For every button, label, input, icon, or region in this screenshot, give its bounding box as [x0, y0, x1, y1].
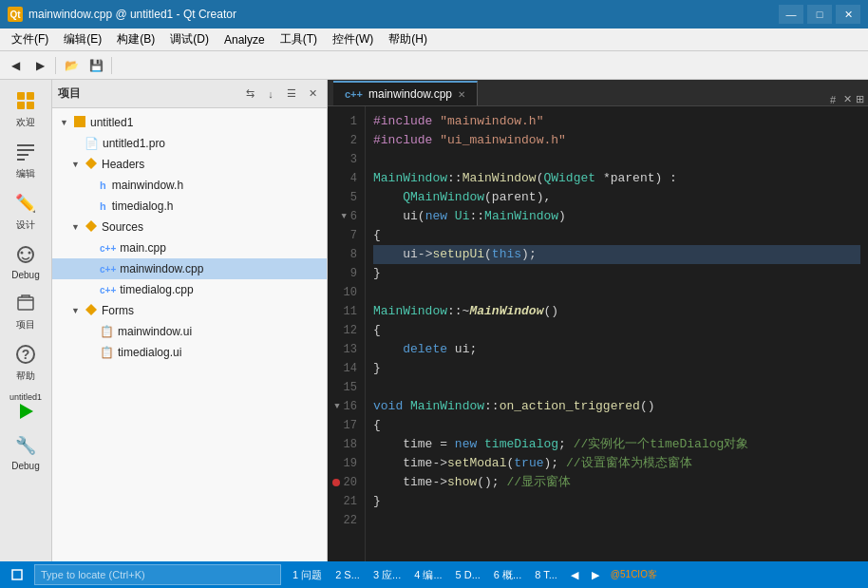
svg-point-10	[28, 252, 31, 255]
toolbar-open[interactable]: 📂	[60, 54, 83, 77]
statusbar-item-6[interactable]: 6 概...	[488, 561, 527, 588]
line-num-5: 5	[328, 188, 365, 207]
code-area[interactable]: 1 2 3 4 5 ▼6 7 8 9 10 11 12 13 14 15 ▼16	[328, 106, 868, 561]
svg-rect-17	[74, 122, 80, 127]
statusbar-nav-left[interactable]: ◀	[565, 561, 584, 588]
code-line-8: ui->setupUi(this);	[373, 245, 860, 264]
tree-item-forms[interactable]: ▼ Forms	[52, 300, 327, 321]
toolbar-save[interactable]: 💾	[85, 54, 107, 77]
menu-build[interactable]: 构建(B)	[109, 28, 162, 50]
tab-close-btn[interactable]: ✕	[458, 89, 465, 100]
panel-btn-2[interactable]: ↓	[262, 85, 279, 103]
code-line-15	[373, 378, 860, 397]
tab-cpp-icon: c++	[345, 88, 363, 100]
code-line-9: }	[373, 264, 860, 283]
sidebar-edit-label: 编辑	[16, 167, 35, 180]
menu-tools[interactable]: 工具(T)	[273, 28, 325, 50]
menu-edit[interactable]: 编辑(E)	[56, 28, 109, 50]
tree-item-timedialog-cpp[interactable]: c++ timedialog.cpp	[52, 279, 327, 300]
editor-expand-btn[interactable]: ⊞	[856, 93, 864, 105]
code-line-3	[373, 150, 860, 169]
svg-rect-6	[17, 154, 28, 156]
menu-controls[interactable]: 控件(W)	[325, 28, 381, 50]
wrench-icon: 🔧	[12, 432, 39, 459]
search-input[interactable]	[34, 564, 281, 585]
statusbar-item-2[interactable]: 2 S...	[330, 561, 366, 588]
sidebar-project[interactable]: 项目	[2, 286, 49, 335]
file-tree: ▼ untitled1 📄 untitled1.pro ▼	[52, 108, 327, 561]
forms-icon	[85, 303, 98, 319]
close-button[interactable]: ✕	[836, 5, 860, 24]
toolbar-sep-2	[111, 57, 112, 74]
tree-label: timedialog.cpp	[120, 283, 193, 296]
sidebar-edit[interactable]: 编辑	[2, 135, 49, 184]
line-num-14: 14	[328, 359, 365, 378]
sidebar-untitled[interactable]: untitled1	[2, 389, 49, 427]
svg-marker-21	[85, 304, 97, 315]
panel-btn-3[interactable]: ☰	[283, 85, 300, 103]
line-num-18: 18	[328, 435, 365, 454]
maximize-button[interactable]: □	[807, 5, 832, 24]
sidebar-welcome[interactable]: 欢迎	[2, 84, 49, 133]
editor-tabs: c++ mainwindow.cpp ✕ # ✕ ⊞	[328, 80, 868, 106]
tree-item-headers[interactable]: ▼ Headers	[52, 154, 327, 175]
tree-item-pro[interactable]: 📄 untitled1.pro	[52, 133, 327, 154]
statusbar-square[interactable]	[6, 561, 28, 588]
sidebar-design-label: 设计	[16, 218, 35, 232]
line-num-12: 12	[328, 321, 365, 340]
watermark: @51CIO客	[607, 568, 661, 581]
ui-icon: 📋	[100, 325, 114, 338]
titlebar: Qt mainwindow.cpp @ untitled1 - Qt Creat…	[0, 0, 868, 28]
tree-item-sources[interactable]: ▼ Sources	[52, 217, 327, 237]
menu-file[interactable]: 文件(F)	[4, 28, 56, 50]
line-num-16: ▼16	[328, 397, 365, 416]
statusbar-item-7[interactable]: 8 T...	[529, 561, 563, 588]
toolbar-forward[interactable]: ▶	[28, 54, 51, 77]
tree-item-timedialog-h[interactable]: h timedialog.h	[52, 196, 327, 217]
line-num-21: 21	[328, 492, 365, 511]
editor-close-btn[interactable]: ✕	[843, 93, 852, 105]
sidebar-debug2[interactable]: 🔧 Debug	[2, 428, 49, 475]
line-num-6: ▼6	[328, 207, 365, 226]
menu-analyze[interactable]: Analyze	[217, 28, 273, 50]
toolbar-back[interactable]: ◀	[4, 54, 27, 77]
code-line-17: {	[373, 416, 860, 435]
code-line-14: }	[373, 359, 860, 378]
sidebar-help[interactable]: ? 帮助	[2, 337, 49, 387]
statusbar-item-1[interactable]: 1 问题	[287, 561, 328, 588]
sidebar-design[interactable]: ✏️ 设计	[2, 186, 49, 236]
panel-btn-close[interactable]: ✕	[304, 85, 321, 103]
sources-icon	[85, 219, 98, 236]
menu-debug[interactable]: 调试(D)	[162, 28, 217, 50]
headers-icon	[85, 157, 98, 173]
code-content[interactable]: #include "mainwindow.h" #include "ui_mai…	[366, 106, 868, 561]
tree-item-mainwindow-h[interactable]: h mainwindow.h	[52, 175, 327, 196]
menu-help[interactable]: 帮助(H)	[381, 28, 435, 50]
statusbar-item-3[interactable]: 3 应...	[368, 561, 406, 588]
tree-item-mainwindow-cpp[interactable]: c++ mainwindow.cpp	[52, 258, 327, 279]
h-icon: h	[100, 180, 106, 191]
ui-icon-2: 📋	[100, 346, 114, 359]
statusbar-search[interactable]	[34, 564, 281, 585]
tree-item-mainwindow-ui[interactable]: 📋 mainwindow.ui	[52, 321, 327, 342]
line-num-19: 19	[328, 454, 365, 473]
code-line-11: MainWindow::~MainWindow()	[373, 302, 860, 321]
svg-rect-7	[17, 159, 25, 161]
tree-item-untitled1[interactable]: ▼ untitled1	[52, 112, 327, 133]
sidebar-debug[interactable]: Debug	[2, 237, 49, 284]
statusbar-nav-right[interactable]: ▶	[586, 561, 605, 588]
svg-marker-14	[20, 404, 33, 419]
statusbar-item-5[interactable]: 5 D...	[450, 561, 486, 588]
panel-btn-1[interactable]: ⇆	[241, 85, 258, 103]
statusbar-item-4[interactable]: 4 编...	[408, 561, 447, 588]
svg-rect-2	[17, 102, 25, 109]
editor-tab-mainwindow[interactable]: c++ mainwindow.cpp ✕	[333, 81, 478, 105]
tree-item-timedialog-ui[interactable]: 📋 timedialog.ui	[52, 342, 327, 363]
help-icon: ?	[12, 341, 39, 368]
tree-label: mainwindow.cpp	[120, 262, 203, 275]
cpp-icon-3: c++	[100, 285, 116, 295]
window-title: mainwindow.cpp @ untitled1 - Qt Creator	[28, 8, 779, 21]
minimize-button[interactable]: —	[779, 5, 803, 24]
tree-label: timedialog.h	[112, 199, 174, 213]
tree-item-main-cpp[interactable]: c++ main.cpp	[52, 237, 327, 258]
